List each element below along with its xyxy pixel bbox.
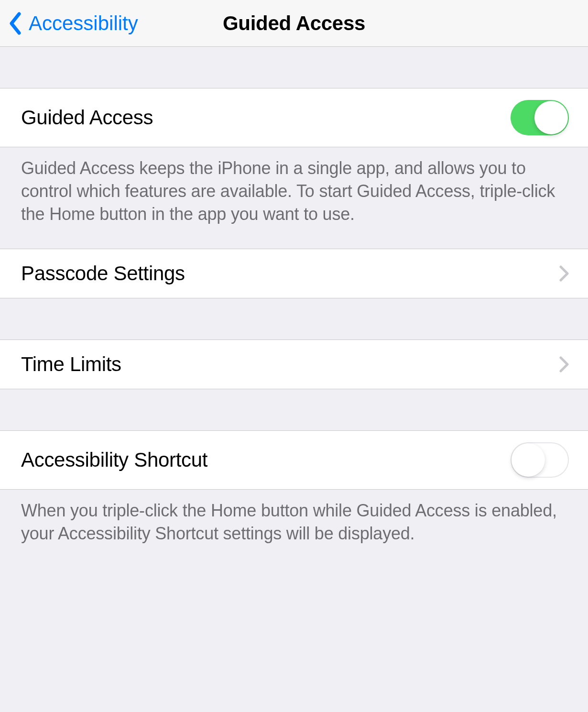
time-limits-label: Time Limits xyxy=(21,353,121,376)
section-gap xyxy=(0,298,588,340)
section-gap xyxy=(0,47,588,88)
accessibility-shortcut-row: Accessibility Shortcut xyxy=(0,430,588,490)
toggle-knob xyxy=(512,443,545,477)
guided-access-footer: Guided Access keeps the iPhone in a sing… xyxy=(0,147,588,239)
back-button[interactable]: Accessibility xyxy=(0,0,138,46)
guided-access-row: Guided Access xyxy=(0,88,588,147)
accessibility-shortcut-footer: When you triple-click the Home button wh… xyxy=(0,490,588,559)
time-limits-row[interactable]: Time Limits xyxy=(0,340,588,389)
navbar: Accessibility Guided Access xyxy=(0,0,588,47)
page-title: Guided Access xyxy=(223,12,365,35)
chevron-left-icon xyxy=(9,12,22,35)
back-label: Accessibility xyxy=(29,12,138,35)
chevron-right-icon xyxy=(559,356,569,372)
toggle-knob xyxy=(534,101,568,134)
chevron-right-icon xyxy=(559,265,569,282)
section-gap xyxy=(0,389,588,430)
passcode-settings-label: Passcode Settings xyxy=(21,262,185,285)
accessibility-shortcut-toggle[interactable] xyxy=(511,442,569,478)
guided-access-label: Guided Access xyxy=(21,106,153,129)
accessibility-shortcut-label: Accessibility Shortcut xyxy=(21,449,207,471)
guided-access-toggle[interactable] xyxy=(511,100,569,135)
passcode-settings-row[interactable]: Passcode Settings xyxy=(0,249,588,298)
